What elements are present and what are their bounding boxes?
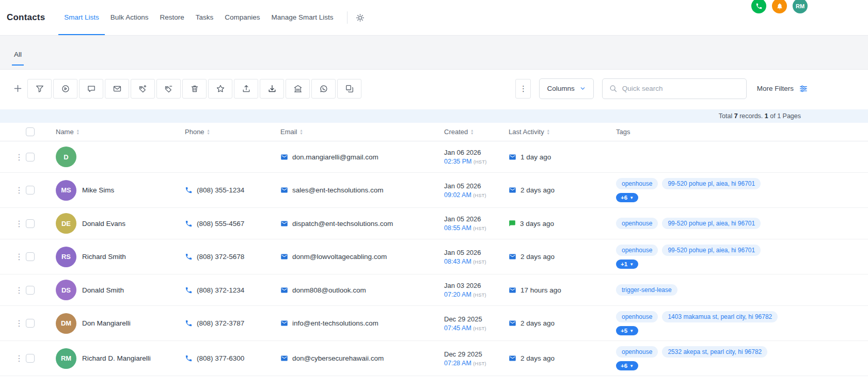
contact-phone[interactable]: (808) 377-6300 [197, 354, 244, 362]
contact-name[interactable]: Mike Sims [82, 186, 114, 194]
tab-tasks[interactable]: Tasks [190, 0, 219, 35]
contact-name[interactable]: Richard D. Mangiarelli [82, 354, 151, 362]
contact-phone[interactable]: (808) 372-3787 [197, 319, 244, 327]
column-header-name[interactable]: Name▴▾ [49, 128, 185, 136]
business-button[interactable] [286, 79, 310, 99]
tag-pill[interactable]: 99-520 pohue pl, aiea, hi 96701 [662, 178, 761, 189]
tag-pill[interactable]: openhouse [616, 311, 658, 322]
row-menu-icon[interactable]: ⋮ [15, 353, 23, 363]
contact-email[interactable]: don@cybersecurehawaii.com [292, 354, 384, 362]
tag-pill[interactable]: 99-520 pohue pl, aiea, hi 96701 [662, 218, 761, 229]
more-tags-badge[interactable]: +6▼ [616, 361, 638, 370]
settings-button[interactable] [355, 13, 365, 23]
row-checkbox[interactable] [26, 186, 35, 194]
tag-line: openhouse99-520 pohue pl, aiea, hi 96701 [616, 178, 761, 189]
contact-phone[interactable]: (808) 372-1234 [197, 286, 244, 294]
tags-cell: trigger-send-lease [612, 279, 808, 301]
whatsapp-button[interactable] [311, 79, 336, 99]
column-header-last-activity[interactable]: Last Activity▴▾ [509, 128, 612, 136]
tab-smart-lists[interactable]: Smart Lists [58, 0, 105, 35]
avatar[interactable]: DE [56, 213, 76, 234]
select-all-checkbox[interactable] [26, 127, 35, 136]
avatar[interactable]: RM [56, 348, 76, 369]
sms-icon [87, 84, 96, 93]
export-button[interactable] [234, 79, 258, 99]
row-menu-icon[interactable]: ⋮ [15, 185, 23, 195]
contact-name[interactable]: Donald Smith [82, 286, 124, 294]
column-header-email[interactable]: Email▴▾ [280, 128, 444, 136]
row-menu-icon[interactable]: ⋮ [15, 252, 23, 262]
row-checkbox[interactable] [26, 354, 35, 363]
column-label: Name [56, 128, 74, 136]
delete-button[interactable] [182, 79, 207, 99]
contact-email[interactable]: info@ent-techsolutions.com [292, 319, 378, 327]
campaign-button[interactable] [53, 79, 77, 99]
remove-tag-button[interactable] [156, 79, 181, 99]
import-button[interactable] [260, 79, 284, 99]
avatar[interactable]: RS [56, 247, 76, 267]
avatar[interactable]: MS [56, 180, 76, 201]
add-tag-button[interactable] [131, 79, 155, 99]
sort-icon[interactable]: ▴▾ [471, 129, 473, 135]
add-button[interactable] [9, 79, 26, 99]
search-input[interactable] [622, 85, 740, 92]
tag-pill[interactable]: 99-520 pohue pl, aiea, hi 96701 [662, 245, 761, 256]
row-menu-icon[interactable]: ⋮ [15, 285, 23, 295]
row-checkbox[interactable] [26, 286, 35, 295]
tab-companies[interactable]: Companies [219, 0, 265, 35]
sms-button[interactable] [79, 79, 103, 99]
user-avatar[interactable]: RM [793, 0, 808, 13]
row-menu-icon[interactable]: ⋮ [15, 318, 23, 328]
contact-email[interactable]: donm@lowvoltagecabling.com [292, 253, 387, 261]
tag-pill[interactable]: openhouse [616, 245, 658, 256]
contact-email[interactable]: sales@ent-techsolutions.com [292, 186, 384, 194]
sort-icon[interactable]: ▴▾ [547, 129, 549, 135]
filter-funnel-button[interactable] [27, 79, 52, 99]
sort-icon[interactable]: ▴▾ [77, 129, 79, 135]
dialer-button[interactable] [751, 0, 766, 13]
avatar[interactable]: D [56, 147, 76, 167]
contact-email[interactable]: dispatch@ent-techsolutions.com [292, 220, 393, 228]
tag-pill[interactable]: openhouse [616, 218, 658, 229]
sort-icon[interactable]: ▴▾ [208, 129, 210, 135]
star-button[interactable] [208, 79, 232, 99]
contact-name[interactable]: Don Mangiarelli [82, 319, 131, 327]
column-header-created[interactable]: Created▴▾ [444, 128, 509, 136]
columns-button[interactable]: Columns [539, 78, 593, 99]
contact-email[interactable]: donm808@outlook.com [292, 286, 366, 294]
tag-pill[interactable]: trigger-send-lease [616, 284, 677, 296]
contact-email[interactable]: don.mangiarelli@gmail.com [292, 153, 378, 161]
tag-pill[interactable]: 1403 makamua st, pearl city, hi 96782 [662, 311, 778, 322]
row-menu-icon[interactable]: ⋮ [15, 152, 23, 162]
avatar[interactable]: DM [56, 313, 76, 334]
merge-button[interactable] [337, 79, 361, 99]
tab-restore[interactable]: Restore [154, 0, 190, 35]
tag-pill[interactable]: openhouse [616, 346, 658, 358]
contact-phone[interactable]: (808) 372-5678 [197, 253, 244, 261]
tab-manage-smart-lists[interactable]: Manage Smart Lists [266, 0, 339, 35]
smart-list-tab-all[interactable]: All [12, 51, 24, 66]
more-tags-badge[interactable]: +1▼ [616, 260, 638, 269]
tab-bulk-actions[interactable]: Bulk Actions [105, 0, 154, 35]
row-checkbox[interactable] [26, 219, 35, 228]
more-filters-button[interactable]: More Filters [755, 84, 808, 93]
more-options-button[interactable]: ⋮ [515, 79, 531, 99]
tag-pill[interactable]: openhouse [616, 178, 658, 189]
notifications-button[interactable] [772, 0, 787, 13]
contact-phone[interactable]: (808) 355-1234 [197, 186, 244, 194]
email-button[interactable] [105, 79, 129, 99]
row-menu-icon[interactable]: ⋮ [15, 219, 23, 229]
row-checkbox[interactable] [26, 252, 35, 261]
column-header-phone[interactable]: Phone▴▾ [185, 128, 280, 136]
tag-pill[interactable]: 2532 akepa st, pearl city, hi 96782 [662, 346, 767, 358]
contact-phone[interactable]: (808) 555-4567 [197, 220, 244, 228]
row-checkbox[interactable] [26, 319, 35, 328]
sort-icon[interactable]: ▴▾ [301, 129, 303, 135]
more-tags-badge[interactable]: +5▼ [616, 326, 638, 335]
more-tags-badge[interactable]: +6▼ [616, 193, 638, 202]
avatar[interactable]: DS [56, 280, 76, 300]
row-checkbox[interactable] [26, 153, 35, 161]
table-row: ⋮ RS Richard Smith (808) 372-5678 donm@l… [0, 239, 868, 274]
contact-name[interactable]: Richard Smith [82, 253, 126, 261]
contact-name[interactable]: Donald Evans [82, 220, 125, 228]
